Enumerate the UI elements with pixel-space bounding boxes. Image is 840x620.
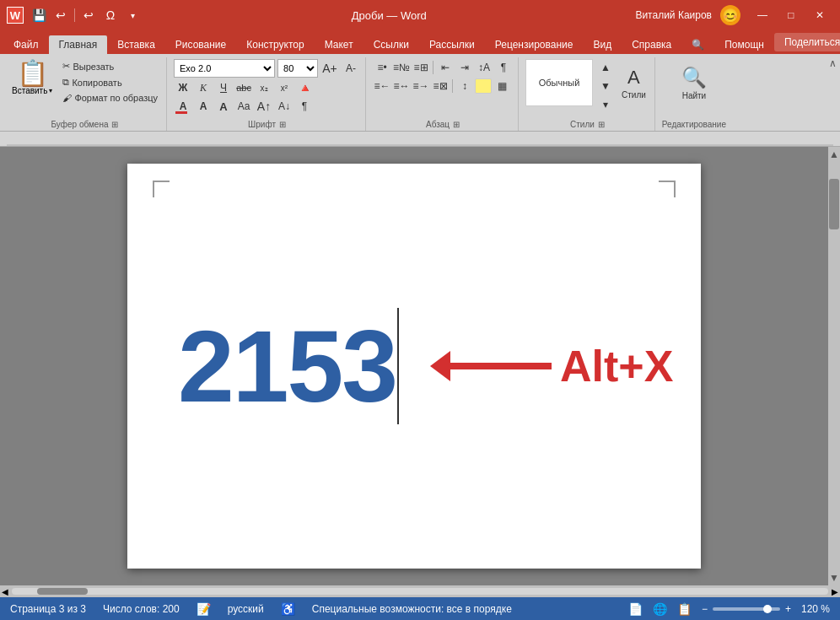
- font-expand-icon[interactable]: ⊞: [279, 120, 286, 129]
- scroll-thumb[interactable]: [829, 179, 839, 229]
- clipboard-expand-icon[interactable]: ⊞: [111, 120, 118, 129]
- show-hide-btn[interactable]: ¶: [494, 59, 513, 76]
- italic-button[interactable]: К: [194, 79, 213, 96]
- tab-search[interactable]: 🔍: [681, 35, 714, 54]
- tab-assistant[interactable]: Помощн: [714, 35, 774, 54]
- styles-down-btn[interactable]: ▼: [596, 78, 615, 94]
- document-scroll[interactable]: 2153 Alt+X: [0, 147, 828, 585]
- subscript-button[interactable]: x₂: [255, 79, 273, 96]
- tab-references[interactable]: Ссылки: [363, 35, 419, 54]
- styles-up-btn[interactable]: ▲: [596, 59, 615, 76]
- tab-share[interactable]: Поделиться: [774, 33, 840, 51]
- copy-button[interactable]: ⧉ Копировать: [59, 75, 161, 89]
- align-center-btn[interactable]: ≡↔: [392, 78, 411, 94]
- view-web-icon[interactable]: 🌐: [653, 602, 667, 616]
- close-button[interactable]: ✕: [806, 7, 833, 24]
- view-read-icon[interactable]: 📋: [677, 602, 692, 616]
- zoom-slider[interactable]: [713, 607, 780, 611]
- scroll-down-btn[interactable]: ▼: [827, 570, 840, 585]
- para-mark-btn[interactable]: ¶: [295, 98, 314, 115]
- clear-format-button[interactable]: 🔺: [295, 79, 314, 96]
- font-color-indicator: [175, 111, 187, 114]
- editing-group: 🔍 Найти Редактирование: [657, 57, 731, 131]
- font-label: Шрифт ⊞: [174, 118, 360, 131]
- document-area: 2153 Alt+X ▲ ▼: [0, 147, 840, 585]
- tab-design[interactable]: Конструктор: [236, 35, 314, 54]
- increase-indent-btn[interactable]: ⇥: [455, 59, 474, 76]
- font-size-select[interactable]: 80: [277, 59, 318, 78]
- underline-button[interactable]: Ч: [214, 79, 233, 96]
- paragraph-expand-icon[interactable]: ⊞: [453, 120, 460, 129]
- bullet-list-btn[interactable]: ≡•: [373, 59, 391, 76]
- sort-btn[interactable]: ↕A: [475, 59, 493, 76]
- clipboard-content: 📋 Вставить ▾ ✂ Вырезать ⧉ Копировать: [8, 59, 161, 118]
- zoom-in-btn[interactable]: +: [785, 603, 791, 615]
- strikethrough-button[interactable]: abc: [234, 79, 253, 96]
- maximize-button[interactable]: □: [778, 7, 805, 24]
- align-right-btn[interactable]: ≡→: [412, 78, 430, 94]
- undo-btn2[interactable]: ↩: [78, 5, 99, 25]
- cut-button[interactable]: ✂ Вырезать: [59, 59, 161, 73]
- qat-dropdown[interactable]: ▾: [122, 5, 143, 25]
- multilevel-list-btn[interactable]: ≡⊞: [412, 59, 430, 76]
- paste-button[interactable]: 📋 Вставить ▾: [8, 59, 56, 97]
- highlight-button[interactable]: A: [194, 98, 213, 115]
- styles-nav: ▲ ▼ ▾: [596, 59, 615, 113]
- font-name-row: Exo 2.0 80 A+ A-: [174, 59, 360, 78]
- user-avatar[interactable]: 😊: [720, 5, 740, 25]
- styles-label-text: Стили: [570, 120, 595, 129]
- grow-font-btn[interactable]: A↑: [255, 98, 273, 115]
- styles-gallery[interactable]: Обычный: [525, 59, 593, 106]
- decrease-indent-btn[interactable]: ⇤: [436, 59, 455, 76]
- increase-font-btn[interactable]: A+: [320, 60, 339, 77]
- ribbon-collapse-btn[interactable]: ∧: [829, 57, 837, 69]
- save-button[interactable]: 💾: [29, 5, 49, 25]
- h-scroll-thumb[interactable]: [37, 588, 88, 595]
- h-scroll-track[interactable]: [12, 588, 828, 595]
- scroll-right-btn[interactable]: ▶: [832, 587, 838, 596]
- titlebar-right: Виталий Каиров 😊 — □ ✕: [635, 5, 833, 25]
- styles-expand-icon[interactable]: ⊞: [598, 120, 605, 129]
- zoom-out-btn[interactable]: −: [702, 603, 708, 615]
- undo-button[interactable]: ↩: [51, 5, 71, 25]
- numbered-list-btn[interactable]: ≡№: [392, 59, 411, 76]
- clipboard-group: 📋 Вставить ▾ ✂ Вырезать ⧉ Копировать: [3, 57, 167, 131]
- superscript-button[interactable]: x²: [275, 79, 293, 96]
- tab-view[interactable]: Вид: [583, 35, 622, 54]
- tab-layout[interactable]: Макет: [315, 35, 363, 54]
- borders-btn[interactable]: ▦: [493, 78, 511, 94]
- tab-draw[interactable]: Рисование: [165, 35, 236, 54]
- view-print-icon[interactable]: 📄: [628, 602, 643, 616]
- bold-button[interactable]: Ж: [174, 79, 192, 96]
- font-size-label-btn[interactable]: Аа: [234, 98, 253, 115]
- font-color-button[interactable]: A: [174, 98, 192, 115]
- page-content[interactable]: 2153 Alt+X: [127, 164, 701, 569]
- tab-insert[interactable]: Вставка: [107, 35, 165, 54]
- vertical-scrollbar[interactable]: ▲ ▼: [828, 147, 840, 585]
- tab-home[interactable]: Главная: [49, 35, 108, 54]
- scroll-up-btn[interactable]: ▲: [827, 147, 840, 162]
- align-left-btn[interactable]: ≡←: [373, 78, 391, 94]
- justify-btn[interactable]: ≡⊠: [431, 78, 450, 94]
- shrink-font-btn[interactable]: A↓: [275, 98, 293, 115]
- zoom-level[interactable]: 120 %: [801, 603, 830, 615]
- minimize-button[interactable]: —: [749, 7, 776, 24]
- tab-file[interactable]: Файл: [3, 35, 49, 54]
- text-check-icon: 📝: [197, 602, 211, 616]
- special-char-button[interactable]: Ω: [100, 5, 121, 25]
- language: русский: [228, 603, 264, 615]
- shading-btn[interactable]: [475, 78, 492, 94]
- font-name-select[interactable]: Exo 2.0: [174, 59, 275, 78]
- font-color-2-button[interactable]: A: [214, 98, 233, 115]
- line-spacing-btn[interactable]: ↕: [455, 78, 474, 94]
- tab-help[interactable]: Справка: [622, 35, 681, 54]
- tab-mailings[interactable]: Рассылки: [419, 35, 485, 54]
- scroll-left-btn[interactable]: ◀: [2, 587, 8, 596]
- styles-expand-btn[interactable]: ▾: [596, 96, 615, 113]
- tab-review[interactable]: Рецензирование: [485, 35, 584, 54]
- find-button[interactable]: 🔍 Найти: [678, 59, 710, 106]
- page-info: Страница 3 из 3: [10, 603, 86, 615]
- decrease-font-btn[interactable]: A-: [342, 60, 360, 77]
- format-painter-button[interactable]: 🖌 Формат по образцу: [59, 91, 161, 105]
- styles-button[interactable]: A Стили: [618, 59, 649, 106]
